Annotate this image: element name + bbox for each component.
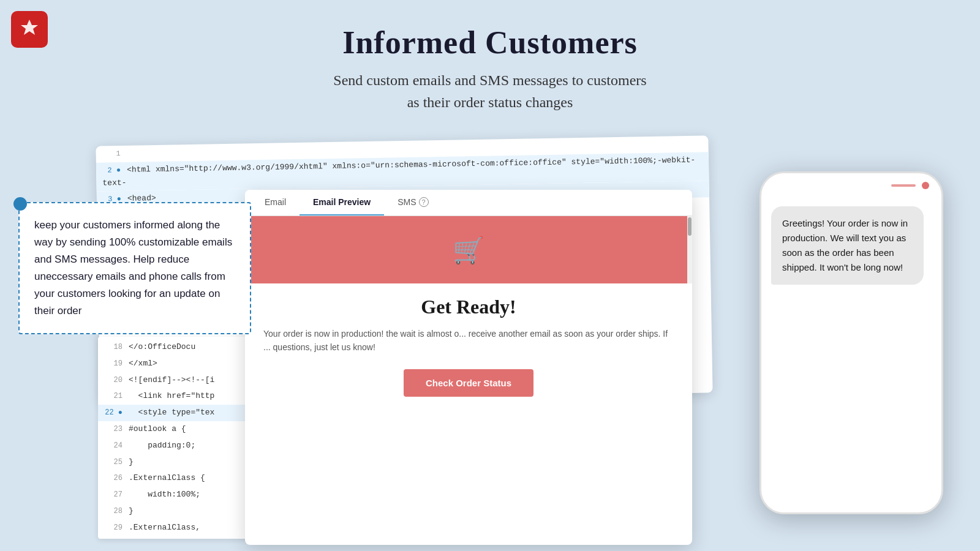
sms-info-icon: ? (419, 197, 429, 207)
callout-dot (13, 197, 27, 211)
scrollbar[interactable] (687, 216, 692, 283)
check-order-status-button[interactable]: Check Order Status (404, 369, 533, 397)
page-header: Informed Customers Send custom emails an… (0, 0, 980, 113)
email-body-text: Your order is now in production! the wai… (263, 327, 674, 354)
phone-camera-dot (922, 182, 929, 189)
page-title: Informed Customers (0, 24, 980, 61)
app-logo (11, 11, 48, 48)
callout-text: keep your customers informed along the w… (34, 217, 235, 320)
page-subtitle: Send custom emails and SMS messages to c… (0, 69, 980, 113)
tab-bar: Email Email Preview SMS ? (245, 190, 692, 216)
callout-box: keep your customers informed along the w… (18, 202, 251, 334)
phone-mockup: Greetings! Your order is now in producti… (760, 171, 943, 514)
tab-email-preview[interactable]: Email Preview (300, 190, 384, 216)
phone-status-line (891, 184, 916, 187)
content-area: 1 2 ●<html xmlns="http://www.w3.org/1999… (0, 129, 980, 551)
email-body: Get Ready! Your order is now in producti… (245, 283, 692, 409)
sms-message-bubble: Greetings! Your order is now in producti… (771, 206, 924, 285)
tab-email[interactable]: Email (251, 190, 300, 216)
phone-top-bar (761, 173, 941, 194)
email-header-banner: 🛒 (245, 216, 692, 283)
cart-icon: 🛒 (453, 235, 484, 265)
scrollbar-thumb (688, 217, 692, 236)
tab-sms[interactable]: SMS ? (384, 190, 442, 216)
phone-content: Greetings! Your order is now in producti… (761, 194, 941, 297)
email-preview-content: 🛒 Get Ready! Your order is now in produc… (245, 216, 692, 544)
email-interface-card: Email Email Preview SMS ? 🛒 Get Ready! Y… (245, 190, 692, 545)
logo-symbol (18, 17, 40, 43)
email-get-ready-title: Get Ready! (263, 296, 674, 318)
